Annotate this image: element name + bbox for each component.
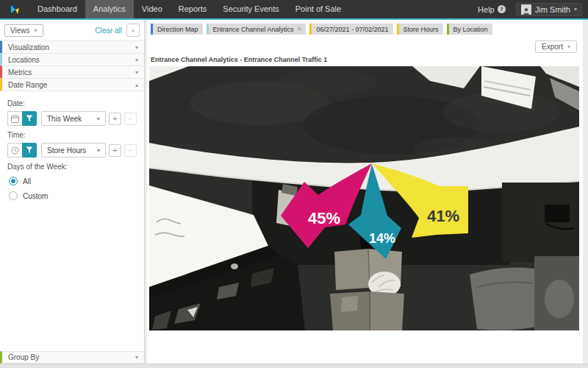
chevron-down-icon: ▾ xyxy=(135,354,138,361)
chevron-down-icon: ▾ xyxy=(135,69,138,76)
nav-reports[interactable]: Reports xyxy=(171,0,215,18)
user-name: Jim Smith xyxy=(535,5,570,14)
remove-time-filter-button[interactable]: − xyxy=(124,144,137,157)
date-select[interactable]: This Week ▾ xyxy=(41,111,106,126)
brand-logo-icon xyxy=(9,4,21,15)
clear-all-link[interactable]: Clear all xyxy=(95,26,122,35)
chip-date-range[interactable]: 06/27/2021 - 07/02/2021 xyxy=(309,24,392,35)
time-filter-icon-button[interactable] xyxy=(22,143,37,158)
chip-entrance-channel-analytics[interactable]: Entrance Channel Analytics × xyxy=(207,24,306,35)
radio-button-icon xyxy=(9,191,18,200)
nav-security-events[interactable]: Security Events xyxy=(215,0,287,18)
radio-all-label: All xyxy=(23,177,31,185)
radio-all[interactable]: All xyxy=(9,177,137,185)
export-button[interactable]: Export ▾ xyxy=(535,40,577,53)
radio-custom[interactable]: Custom xyxy=(9,191,137,200)
close-icon[interactable]: × xyxy=(298,26,302,33)
clock-icon-button[interactable] xyxy=(7,143,22,158)
help-link[interactable]: Help ? xyxy=(478,5,506,14)
date-filter-icon-button[interactable] xyxy=(22,111,37,126)
date-label: Date: xyxy=(7,99,137,107)
time-select[interactable]: Store Hours ▾ xyxy=(41,143,106,158)
chevron-down-icon: ▾ xyxy=(574,6,577,13)
days-of-week-label: Days of the Week: xyxy=(7,163,137,171)
chevron-down-icon: ▾ xyxy=(35,27,37,34)
section-label: Date Range xyxy=(8,81,47,89)
chevron-up-icon: ▴ xyxy=(135,82,138,88)
app-window: Dashboard Analytics Video Reports Securi… xyxy=(0,0,588,368)
export-label: Export xyxy=(542,43,563,51)
chip-direction-map[interactable]: Direction Map xyxy=(151,24,203,35)
chevron-down-icon: ▾ xyxy=(135,57,138,63)
help-icon: ? xyxy=(498,5,506,13)
time-control-row: Store Hours ▾ + − xyxy=(7,143,137,158)
help-label: Help xyxy=(478,5,495,14)
date-select-value: This Week xyxy=(47,115,82,123)
date-control-row: This Week ▾ + − xyxy=(7,111,137,126)
collapse-sidebar-button[interactable]: ‹ xyxy=(126,24,140,37)
sidebar-section-metrics[interactable]: Metrics ▾ xyxy=(0,66,144,78)
section-label: Group By xyxy=(8,353,39,361)
views-dropdown[interactable]: Views ▾ xyxy=(4,24,43,37)
content-area: Views ▾ Clear all ‹ Visualization ▾ Loca… xyxy=(0,20,588,364)
chevron-down-icon: ▾ xyxy=(97,147,100,154)
chip-by-location[interactable]: By Location xyxy=(447,24,492,35)
time-label: Time: xyxy=(7,131,137,139)
arrow-center-percentage: 14% xyxy=(369,231,395,246)
filter-chips-row: Direction Map Entrance Channel Analytics… xyxy=(149,20,583,38)
sidebar-toolbar: Views ▾ Clear all ‹ xyxy=(0,20,144,40)
calendar-icon-button[interactable] xyxy=(7,111,22,126)
time-select-value: Store Hours xyxy=(47,146,86,155)
nav-video[interactable]: Video xyxy=(134,0,171,18)
sidebar: Views ▾ Clear all ‹ Visualization ▾ Loca… xyxy=(0,20,145,364)
chip-label: By Location xyxy=(453,26,488,33)
chevron-down-icon: ▾ xyxy=(567,43,570,50)
chip-store-hours[interactable]: Store Hours xyxy=(397,24,443,35)
right-wall-zone xyxy=(502,183,579,262)
sidebar-section-locations[interactable]: Locations ▾ xyxy=(0,53,144,66)
user-menu[interactable]: Jim Smith ▾ xyxy=(516,3,582,16)
chart-title: Entrance Channel Analytics - Entrance Ch… xyxy=(149,54,583,66)
chip-label: Store Hours xyxy=(404,26,439,33)
section-label: Visualization xyxy=(8,43,49,52)
add-date-filter-button[interactable]: + xyxy=(109,113,121,125)
camera-image: 45% 14% 41% xyxy=(149,66,579,330)
sidebar-section-date-range[interactable]: Date Range ▴ xyxy=(0,78,144,91)
footer-strip xyxy=(0,364,588,368)
chip-label: 06/27/2021 - 07/02/2021 xyxy=(316,26,388,33)
nav-point-of-sale[interactable]: Point of Sale xyxy=(287,0,349,18)
add-time-filter-button[interactable]: + xyxy=(109,144,121,157)
sidebar-section-group-by[interactable]: Group By ▾ xyxy=(0,351,144,364)
section-label: Metrics xyxy=(8,68,32,77)
chip-label: Entrance Channel Analytics xyxy=(213,26,294,33)
chevron-down-icon: ▾ xyxy=(97,116,100,122)
date-range-panel: Date: This Week ▾ + − Time: xyxy=(0,91,144,206)
chevron-down-icon: ▾ xyxy=(135,44,138,51)
export-row: Export ▾ xyxy=(149,38,583,54)
top-nav: Dashboard Analytics Video Reports Securi… xyxy=(0,0,588,18)
camera-view: 45% 14% 41% xyxy=(149,66,579,330)
nav-dashboard[interactable]: Dashboard xyxy=(29,0,85,18)
arrow-right-percentage: 41% xyxy=(427,207,459,225)
radio-button-icon xyxy=(9,177,18,185)
main-panel: Direction Map Entrance Channel Analytics… xyxy=(147,20,583,364)
radio-custom-label: Custom xyxy=(23,192,48,200)
chip-label: Direction Map xyxy=(157,26,198,33)
remove-date-filter-button[interactable]: − xyxy=(124,113,137,125)
sidebar-spacer xyxy=(0,206,144,351)
nav-analytics[interactable]: Analytics xyxy=(85,0,134,18)
sidebar-section-visualization[interactable]: Visualization ▾ xyxy=(0,40,144,53)
avatar-icon xyxy=(521,4,531,15)
views-label: Views xyxy=(10,26,30,35)
section-label: Locations xyxy=(8,56,40,64)
arrow-left-percentage: 45% xyxy=(308,209,340,227)
